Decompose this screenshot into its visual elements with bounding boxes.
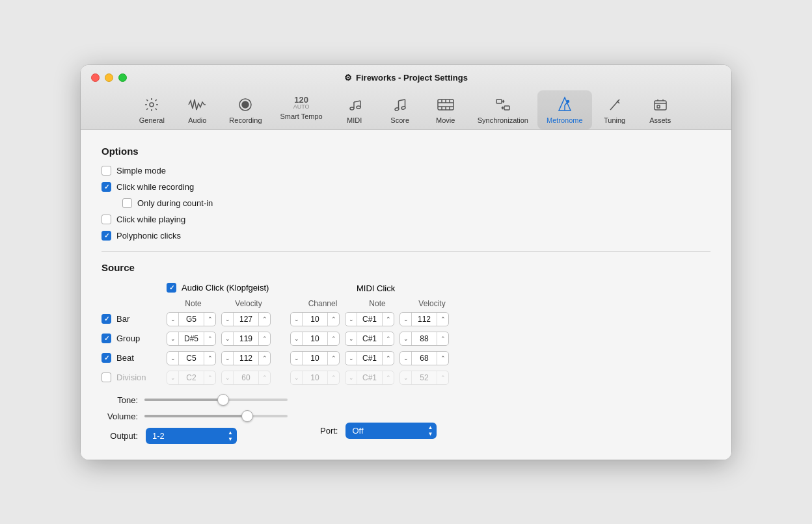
- group-audio-note-up[interactable]: ⌃: [204, 332, 215, 346]
- movie-icon: [437, 96, 454, 114]
- beat-audio-vel-up[interactable]: ⌃: [258, 351, 270, 365]
- beat-audio-note-stepper[interactable]: ⌄ C5 ⌃: [167, 351, 216, 365]
- smart-tempo-label: Smart Tempo: [280, 112, 323, 120]
- division-midi-ch-up: ⌃: [327, 371, 339, 385]
- polyphonic-label: Polyphonic clicks: [116, 231, 181, 241]
- group-midi-ch-stepper[interactable]: ⌄ 10 ⌃: [290, 332, 340, 346]
- click-playing-checkbox[interactable]: [102, 215, 111, 224]
- bar-audio-vel-down[interactable]: ⌄: [222, 312, 234, 326]
- toolbar-item-general[interactable]: General: [129, 90, 174, 129]
- toolbar-item-recording[interactable]: Recording: [220, 90, 271, 129]
- midi-label: MIDI: [347, 116, 362, 124]
- midi-channel-header: Channel: [297, 299, 349, 308]
- volume-slider[interactable]: [144, 415, 288, 417]
- svg-point-2: [242, 101, 249, 108]
- group-audio-vel-down[interactable]: ⌄: [222, 332, 234, 346]
- group-midi-note-down[interactable]: ⌄: [345, 332, 357, 346]
- group-midi-vel-stepper[interactable]: ⌄ 88 ⌃: [399, 332, 449, 346]
- bar-midi-note-up[interactable]: ⌃: [382, 312, 394, 326]
- volume-thumb[interactable]: [241, 410, 253, 422]
- content-area: Options Simple mode Click while recordin…: [81, 130, 731, 460]
- bar-midi-ch-down[interactable]: ⌄: [291, 312, 303, 326]
- beat-audio-note-value: C5: [179, 354, 204, 363]
- tone-row: Tone:: [102, 395, 288, 405]
- polyphonic-checkbox[interactable]: [102, 231, 111, 241]
- beat-midi-note-value: C#1: [357, 354, 382, 363]
- bar-midi-ch-up[interactable]: ⌃: [327, 312, 339, 326]
- click-recording-checkbox[interactable]: [102, 182, 111, 192]
- group-midi-ch-down[interactable]: ⌄: [291, 332, 303, 346]
- beat-midi-note-stepper[interactable]: ⌄ C#1 ⌃: [345, 351, 394, 365]
- group-midi-ch-up[interactable]: ⌃: [327, 332, 339, 346]
- midi-bottom-controls: Port: Off ▲ ▼: [320, 395, 437, 439]
- beat-midi-vel-down[interactable]: ⌄: [400, 351, 412, 365]
- division-midi-note-down: ⌄: [345, 371, 357, 385]
- toolbar-item-movie[interactable]: Movie: [423, 90, 468, 129]
- bar-audio-note-up[interactable]: ⌃: [204, 312, 215, 326]
- minimize-button[interactable]: [105, 73, 113, 82]
- titlebar: ⚙ Fireworks - Project Settings General: [81, 65, 731, 130]
- bar-midi-vel-down[interactable]: ⌄: [400, 312, 412, 326]
- beat-audio-note-up[interactable]: ⌃: [204, 351, 215, 365]
- bar-audio-vel-stepper[interactable]: ⌄ 127 ⌃: [221, 312, 271, 326]
- tone-thumb[interactable]: [217, 394, 229, 406]
- division-checkbox[interactable]: [102, 373, 111, 382]
- bar-audio-note-stepper[interactable]: ⌄ G5 ⌃: [167, 312, 216, 326]
- beat-midi-note-up[interactable]: ⌃: [382, 351, 394, 365]
- group-audio-vel-stepper[interactable]: ⌄ 119 ⌃: [221, 332, 271, 346]
- beat-audio-vel-down[interactable]: ⌄: [222, 351, 234, 365]
- division-midi-ch-value: 10: [303, 373, 327, 382]
- audio-note-header: Note: [167, 299, 220, 308]
- bar-audio-note-down[interactable]: ⌄: [167, 312, 179, 326]
- group-audio-note-down[interactable]: ⌄: [167, 332, 179, 346]
- sync-label: Synchronization: [478, 116, 528, 124]
- bar-midi-vel-up[interactable]: ⌃: [437, 312, 448, 326]
- audio-velocity-header: Velocity: [220, 299, 277, 308]
- bar-midi-ch-stepper[interactable]: ⌄ 10 ⌃: [290, 312, 340, 326]
- close-button[interactable]: [91, 73, 100, 82]
- beat-midi-vel-up[interactable]: ⌃: [437, 351, 448, 365]
- only-count-in-checkbox[interactable]: [122, 198, 132, 208]
- midi-click-group: MIDI Click: [336, 282, 395, 294]
- toolbar-item-audio[interactable]: Audio: [174, 90, 220, 129]
- beat-midi-ch-stepper[interactable]: ⌄ 10 ⌃: [290, 351, 340, 365]
- group-checkbox[interactable]: [102, 334, 111, 343]
- beat-midi-note-down[interactable]: ⌄: [345, 351, 357, 365]
- beat-audio-note-down[interactable]: ⌄: [167, 351, 179, 365]
- beat-midi-ch-down[interactable]: ⌄: [291, 351, 303, 365]
- toolbar-item-score[interactable]: Score: [377, 90, 423, 129]
- group-midi-note-up[interactable]: ⌃: [382, 332, 394, 346]
- simple-mode-checkbox[interactable]: [102, 166, 111, 176]
- beat-checkbox[interactable]: [102, 353, 111, 363]
- group-audio-note-value: D#5: [179, 334, 204, 343]
- beat-audio-vel-stepper[interactable]: ⌄ 112 ⌃: [221, 351, 271, 365]
- group-audio-vel-up[interactable]: ⌃: [258, 332, 270, 346]
- bar-audio-vel-up[interactable]: ⌃: [258, 312, 270, 326]
- group-audio-note-stepper[interactable]: ⌄ D#5 ⌃: [167, 332, 216, 346]
- toolbar-item-synchronization[interactable]: Synchronization: [468, 90, 537, 129]
- division-midi-note-value: C#1: [357, 373, 382, 382]
- bar-midi-vel-stepper[interactable]: ⌄ 112 ⌃: [399, 312, 449, 326]
- toolbar-item-midi[interactable]: MIDI: [332, 90, 377, 129]
- bar-midi-ch-value: 10: [303, 315, 327, 324]
- toolbar-item-tuning[interactable]: Tuning: [592, 90, 638, 129]
- output-select[interactable]: 1-2 ▲ ▼: [146, 428, 237, 444]
- beat-midi-ch-up[interactable]: ⌃: [327, 351, 339, 365]
- group-midi-note-stepper[interactable]: ⌄ C#1 ⌃: [345, 332, 394, 346]
- group-midi-vel-up[interactable]: ⌃: [437, 332, 448, 346]
- toolbar-item-metronome[interactable]: Metronome: [537, 90, 592, 129]
- toolbar-item-smart-tempo[interactable]: 120 AUTO Smart Tempo: [271, 90, 332, 129]
- svg-rect-30: [655, 101, 666, 110]
- beat-midi-vel-stepper[interactable]: ⌄ 68 ⌃: [399, 351, 449, 365]
- toolbar-item-assets[interactable]: Assets: [638, 90, 683, 129]
- only-count-in-label: Only during count-in: [137, 198, 213, 208]
- audio-click-checkbox[interactable]: [167, 283, 176, 293]
- tone-slider[interactable]: [144, 399, 288, 401]
- maximize-button[interactable]: [118, 73, 127, 82]
- bar-checkbox[interactable]: [102, 314, 111, 324]
- division-midi-vel-stepper: ⌄ 52 ⌃: [399, 371, 449, 385]
- port-select[interactable]: Off ▲ ▼: [345, 423, 437, 439]
- bar-midi-note-down[interactable]: ⌄: [345, 312, 357, 326]
- group-midi-vel-down[interactable]: ⌄: [400, 332, 412, 346]
- bar-midi-note-stepper[interactable]: ⌄ C#1 ⌃: [345, 312, 394, 326]
